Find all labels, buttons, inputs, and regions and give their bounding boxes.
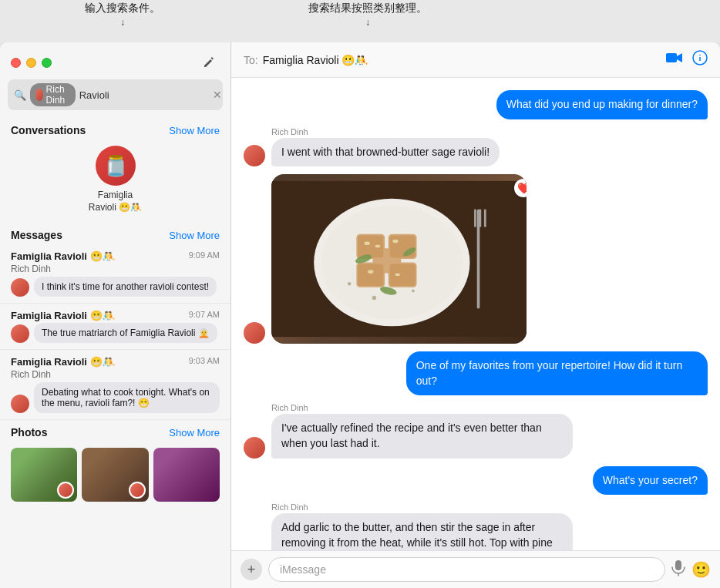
msg-result-3-bubble: Debating what to cook tonight. What's on… [34, 382, 220, 413]
message-input[interactable]: iMessage [268, 557, 665, 582]
svg-rect-15 [358, 264, 383, 287]
svg-rect-26 [474, 210, 476, 227]
conversation-item[interactable]: 🫙 FamigliaRavioli 😬🤼 [0, 139, 230, 223]
messages-show-more[interactable]: Show More [169, 230, 220, 241]
right-annotation-label: 搜索结果按照类别整理。 [308, 2, 427, 15]
chat-recipient-name: Famiglia Ravioli 😬🤼 [263, 54, 666, 66]
msg-result-1-time: 9:09 AM [189, 250, 220, 262]
bubble-6: Add garlic to the butter, and then stir … [271, 513, 573, 550]
messages-section-header: Messages Show More [0, 223, 230, 244]
message-row-2: I went with that browned-butter sage rav… [244, 138, 708, 167]
svg-point-30 [412, 290, 415, 293]
msg-avatar-rich-2 [244, 437, 265, 459]
left-arrow-icon: ↓ [120, 17, 125, 28]
messages-title: Messages [11, 229, 62, 241]
message-row-image: ❤️ [244, 174, 708, 344]
sender-label-2: Rich Dinh [271, 127, 708, 136]
search-bar[interactable]: 🔍 Rich Dinh ✕ [8, 79, 223, 110]
msg-result-2-group: Famiglia Ravioli 😬🤼 [11, 310, 115, 321]
search-icon: 🔍 [14, 89, 26, 101]
search-clear-icon[interactable]: ✕ [213, 89, 222, 101]
svg-point-17 [364, 242, 369, 246]
annotation-area: 输入搜索条件。 ↓ 搜索结果按照类别整理。 ↓ [0, 0, 720, 42]
conversations-title: Conversations [11, 124, 86, 136]
message-row-6: Add garlic to the butter, and then stir … [244, 513, 708, 550]
message-placeholder: iMessage [280, 563, 326, 576]
svg-point-3 [699, 55, 701, 56]
message-result-1[interactable]: Famiglia Ravioli 😬🤼 9:09 AM Rich Dinh I … [0, 244, 230, 304]
sender-label-4: Rich Dinh [271, 403, 708, 412]
emoji-button[interactable]: 🙂 [691, 560, 711, 579]
plus-icon: + [247, 562, 256, 578]
sender-label-6: Rich Dinh [271, 502, 708, 512]
msg-result-1-group: Famiglia Ravioli 😬🤼 [11, 250, 115, 262]
video-call-icon[interactable] [666, 52, 683, 68]
svg-point-21 [395, 274, 399, 277]
photos-grid [0, 442, 230, 508]
message-row-3: One of my favorites from your repertoire… [244, 351, 708, 395]
sidebar-titlebar [0, 42, 230, 79]
close-button[interactable] [11, 58, 21, 68]
svg-rect-32 [675, 560, 681, 570]
message-group-2: Rich Dinh I went with that browned-butte… [244, 127, 708, 167]
msg-result-1-bubble: I think it's time for another ravioli co… [34, 277, 217, 297]
message-group-4: Rich Dinh I've actually refined the reci… [244, 403, 708, 458]
search-input[interactable] [79, 89, 209, 101]
message-row-4: I've actually refined the recipe and it'… [244, 414, 708, 458]
message-row-1: What did you end up making for dinner? [244, 90, 708, 119]
svg-point-31 [348, 282, 352, 286]
chat-header-icons [666, 50, 708, 69]
traffic-lights [11, 58, 52, 68]
chat-messages: What did you end up making for dinner? R… [231, 78, 720, 550]
bubble-2: I went with that browned-butter sage rav… [271, 138, 500, 167]
conversations-show-more[interactable]: Show More [169, 125, 220, 136]
image-bubble: ❤️ [271, 174, 527, 344]
message-result-2[interactable]: Famiglia Ravioli 😬🤼 9:07 AM The true mat… [0, 304, 230, 350]
ravioli-photo [271, 174, 527, 344]
svg-rect-28 [484, 210, 486, 227]
chat-main: To: Famiglia Ravioli 😬🤼 [231, 42, 720, 588]
message-result-3[interactable]: Famiglia Ravioli 😬🤼 9:03 AM Rich Dinh De… [0, 350, 230, 420]
conversations-section-header: Conversations Show More [0, 118, 230, 139]
maximize-button[interactable] [42, 58, 52, 68]
message-row-5: What's your secret? [244, 466, 708, 496]
svg-point-20 [368, 270, 373, 274]
msg-avatar-1 [11, 278, 29, 297]
photos-show-more[interactable]: Show More [169, 427, 220, 438]
photo-thumb-2[interactable] [82, 448, 148, 502]
compose-button[interactable] [198, 52, 220, 73]
chat-input-bar: + iMessage 🙂 [231, 550, 720, 588]
right-arrow-icon: ↓ [365, 17, 370, 28]
svg-rect-0 [666, 53, 677, 62]
msg-result-3-sender: Rich Dinh [11, 369, 220, 380]
msg-result-2-bubble: The true matriarch of Famiglia Ravioli 🧑… [34, 323, 217, 343]
msg-avatar-2 [11, 324, 29, 343]
app-window: 🔍 Rich Dinh ✕ Conversations Show More 🫙 … [0, 42, 720, 588]
msg-avatar-3 [11, 395, 29, 413]
msg-result-1-sender: Rich Dinh [11, 264, 220, 274]
message-group-6: Rich Dinh Add garlic to the butter, and … [244, 502, 708, 550]
add-attachment-button[interactable]: + [241, 559, 262, 580]
minimize-button[interactable] [26, 58, 36, 68]
contact-avatar [35, 89, 43, 101]
sidebar-content: Conversations Show More 🫙 FamigliaRaviol… [0, 118, 230, 588]
svg-point-29 [372, 296, 377, 301]
left-annotation-label: 输入搜索条件。 [85, 2, 160, 15]
svg-rect-14 [390, 236, 416, 258]
to-label: To: [244, 54, 258, 66]
audio-input-icon[interactable] [671, 559, 685, 580]
photo-avatar-2 [129, 482, 146, 499]
sidebar: 🔍 Rich Dinh ✕ Conversations Show More 🫙 … [0, 42, 231, 588]
search-contact-badge: Rich Dinh [30, 83, 76, 106]
photos-title: Photos [11, 426, 47, 438]
msg-result-3-group: Famiglia Ravioli 😬🤼 [11, 356, 115, 368]
photo-thumb-3[interactable] [153, 448, 220, 502]
photos-section-header: Photos Show More [0, 420, 230, 442]
bubble-1: What did you end up making for dinner? [496, 90, 708, 119]
bubble-4: I've actually refined the recipe and it'… [271, 414, 573, 458]
msg-avatar-rich [244, 145, 265, 166]
info-icon[interactable] [692, 50, 708, 69]
photo-avatar-1 [57, 482, 74, 499]
svg-point-18 [375, 245, 380, 248]
photo-thumb-1[interactable] [11, 448, 77, 502]
